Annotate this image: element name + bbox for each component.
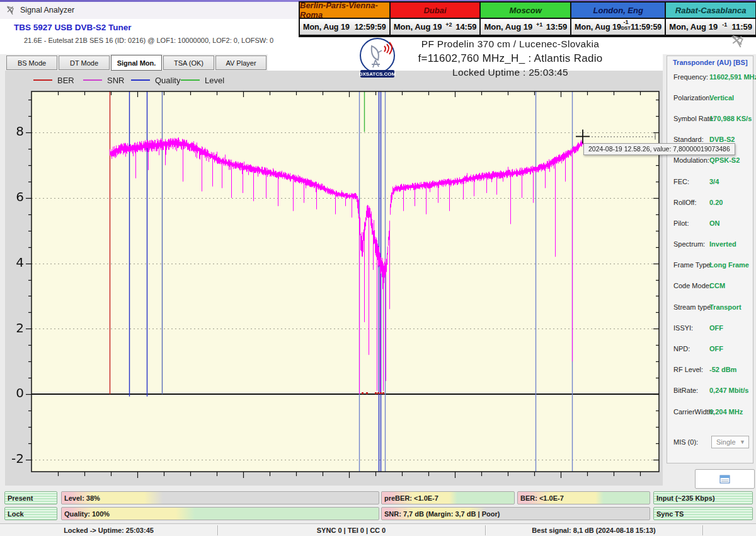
transponder-label: Frame Type: bbox=[673, 261, 709, 269]
clock-london-eng: London, EngMon, Aug 19-1DST11:59:59 bbox=[571, 3, 666, 36]
station-header: PF Prodelin 370 cm / Lucenec-Slovakia f=… bbox=[378, 38, 643, 78]
transponder-label: Polarization: bbox=[673, 94, 709, 102]
statusbar-best-signal: Best signal: 8,1 dB (2024-08-18 15:13) bbox=[485, 524, 702, 536]
window-title: Signal Analyzer bbox=[20, 6, 74, 15]
transponder-label: Spectrum: bbox=[673, 240, 709, 248]
legend-line-icon bbox=[83, 79, 102, 81]
clock-date: Mon, Aug 19 bbox=[394, 22, 442, 32]
indicator-present: Present bbox=[4, 491, 57, 504]
tab-dt-mode[interactable]: DT Mode bbox=[59, 55, 110, 70]
indicator-input: Input (~235 Kbps) bbox=[653, 491, 753, 504]
header-locked-uptime: Locked Uptime : 25:03:45 bbox=[378, 67, 643, 78]
transponder-label: Stream type: bbox=[673, 303, 709, 311]
transponder-label: RollOff: bbox=[673, 199, 709, 206]
clock-hms: 12:59:59 bbox=[355, 23, 386, 32]
clock-utc-offset: +1 bbox=[532, 22, 546, 27]
tuner-subtitle: 21.6E - Eutelsat 21B SES 16 (ID: 0216) @… bbox=[24, 37, 273, 44]
clock-hms: 11:59:59 bbox=[631, 23, 662, 32]
statusbar: Locked -> Uptime: 25:03:45 SYNC 0 | TEI … bbox=[0, 523, 756, 536]
mis-select[interactable]: Single ▼ bbox=[711, 436, 749, 448]
window-list-icon bbox=[719, 475, 730, 484]
bar-level: Level: 38% bbox=[61, 491, 379, 504]
clock-time-cell: Mon, Aug 19-1DST11:59:59 bbox=[571, 19, 665, 35]
indicator-lock: Lock bbox=[4, 507, 57, 520]
transponder-value: OFF bbox=[709, 324, 723, 332]
clock-city-label: Dubai bbox=[391, 3, 480, 19]
transponder-label: FEC: bbox=[673, 178, 709, 185]
signal-chart-canvas[interactable] bbox=[5, 71, 663, 486]
tab-signal-mon-[interactable]: Signal Mon. bbox=[111, 55, 162, 71]
transponder-row-rf-level-: RF Level:-52 dBm bbox=[673, 359, 752, 380]
transponder-row-code-mode-: Code Mode:CCM bbox=[673, 276, 752, 296]
tab-bs-mode[interactable]: BS Mode bbox=[6, 55, 57, 70]
transponder-value: ON bbox=[709, 219, 720, 227]
clock-date: Mon, Aug 19 bbox=[669, 22, 718, 32]
legend-line-icon bbox=[131, 79, 150, 81]
chart-value-tooltip: 2024-08-19 12.58.26, value: 7,8000001907… bbox=[583, 143, 735, 155]
tab-av-player[interactable]: AV Player bbox=[215, 55, 266, 70]
panel-action-button[interactable] bbox=[695, 469, 755, 489]
transponder-value: 0,204 MHz bbox=[709, 408, 743, 416]
transponder-row-stream-type-: Stream type:Transport bbox=[673, 296, 752, 317]
transponder-value: 3/4 bbox=[709, 178, 719, 185]
transponder-row-symbol-rate-: Symbol Rate:170,988 KS/s bbox=[673, 108, 752, 129]
mis-label: MIS (0): bbox=[673, 438, 709, 446]
clock-moscow: MoscowMon, Aug 19+113:59 bbox=[481, 3, 571, 36]
legend-label: Level bbox=[205, 76, 224, 85]
legend-label: SNR bbox=[107, 76, 124, 85]
transponder-label: ISSYI: bbox=[673, 324, 709, 332]
clock-date: Mon, Aug 19 bbox=[575, 23, 621, 32]
legend-label: Quality bbox=[155, 76, 180, 85]
clock-date: Mon, Aug 19 bbox=[484, 22, 532, 32]
transponder-value: OFF bbox=[709, 345, 723, 352]
transponder-row-carrierwidth-: CarrierWidth:0,204 MHz bbox=[673, 401, 752, 422]
transponder-row-npd-: NPD:OFF bbox=[673, 338, 752, 359]
legend-line-icon bbox=[181, 79, 200, 81]
transponder-row-frame-type-: Frame Type:Long Frame bbox=[673, 255, 752, 276]
clock-city-label: Berlin-Paris-Vienna-Roma bbox=[300, 3, 389, 19]
legend-item-quality: Quality bbox=[131, 75, 180, 85]
legend-line-icon bbox=[33, 79, 52, 81]
transponder-panel-title: Transponder (AU) [BS] bbox=[673, 59, 748, 66]
clock-utc-offset: -1DST bbox=[621, 20, 631, 30]
clock-time-cell: Mon, Aug 19+113:59 bbox=[481, 19, 570, 35]
legend-item-snr: SNR bbox=[83, 75, 124, 85]
tuner-title: TBS 5927 USB DVB-S2 Tuner bbox=[14, 23, 132, 32]
transponder-value: CCM bbox=[709, 282, 725, 289]
world-clock-table: Berlin-Paris-Vienna-RomaMon, Aug 1912:59… bbox=[299, 1, 756, 37]
transponder-value: 0.20 bbox=[709, 199, 723, 206]
bar-quality: Quality: 100% bbox=[61, 507, 379, 520]
transponder-row-bitrate-: BitRate:0,247 Mbit/s bbox=[673, 380, 752, 401]
transponder-row-issyi-: ISSYI:OFF bbox=[673, 317, 752, 338]
tab-tsa-ok-[interactable]: TSA (OK) bbox=[163, 55, 214, 70]
transponder-label: Modulation: bbox=[673, 156, 709, 164]
clock-city-label: London, Eng bbox=[571, 3, 665, 19]
transponder-label: Pilot: bbox=[673, 219, 709, 227]
transponder-label: Frequency: bbox=[673, 73, 709, 81]
statusbar-sync-counters: SYNC 0 | TEI 0 | CC 0 bbox=[217, 524, 485, 536]
transponder-row-spectrum-: Spectrum:Inverted bbox=[673, 234, 752, 255]
bar-ber: BER: <1.0E-7 bbox=[517, 491, 650, 504]
clock-city-label: Moscow bbox=[481, 3, 570, 19]
antenna-watermark-icon bbox=[730, 35, 748, 47]
indicator-sync: Sync TS bbox=[653, 507, 753, 520]
transponder-value: Transport bbox=[709, 303, 742, 311]
clock-utc-offset: -1 bbox=[718, 22, 731, 27]
clock-utc-offset: +2 bbox=[442, 22, 456, 27]
transponder-label: RF Level: bbox=[673, 366, 709, 373]
transponder-value: 0,247 Mbit/s bbox=[709, 387, 748, 394]
clock-time-cell: Mon, Aug 19+214:59 bbox=[391, 19, 480, 35]
chevron-down-icon: ▼ bbox=[740, 439, 745, 445]
clock-city-label: Rabat-Casablanca bbox=[666, 3, 755, 19]
transponder-value: QPSK-S2 bbox=[709, 156, 740, 164]
bar-snr: SNR: 7,7 dB (Margin: 3,7 dB | Poor) bbox=[381, 507, 650, 520]
clock-time-cell: Mon, Aug 19-111:59 bbox=[666, 19, 755, 35]
mis-selected-value: Single bbox=[716, 438, 736, 446]
header-dish-location: PF Prodelin 370 cm / Lucenec-Slovakia bbox=[378, 38, 643, 50]
transponder-row-frequency-: Frequency:11602,591 MHz bbox=[673, 66, 752, 87]
clock-rabat-casablanca: Rabat-CasablancaMon, Aug 19-111:59 bbox=[666, 3, 755, 36]
clock-date: Mon, Aug 19 bbox=[303, 23, 350, 32]
antenna-app-icon bbox=[6, 5, 16, 15]
clock-dubai: DubaiMon, Aug 19+214:59 bbox=[391, 3, 481, 36]
transponder-label: Symbol Rate: bbox=[673, 115, 709, 122]
